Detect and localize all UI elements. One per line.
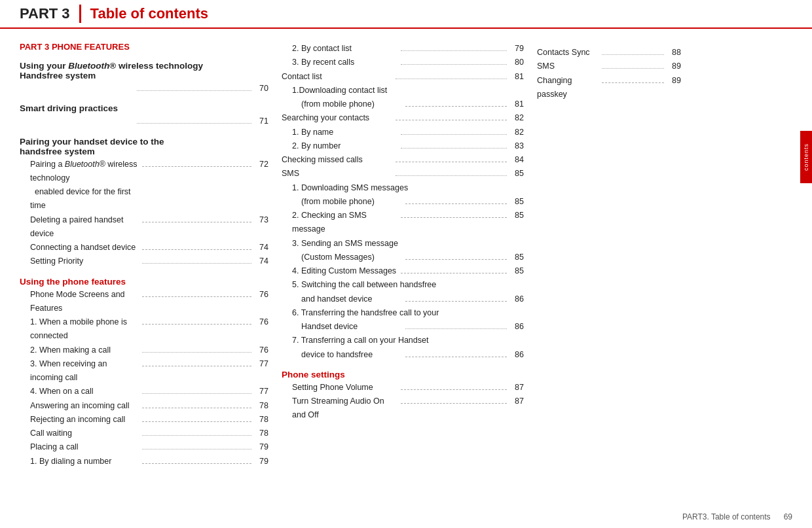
heading-bluetooth: Using your Bluetooth® wireless technolog… (20, 61, 268, 80)
footer-text: PART3. Table of contents (682, 512, 771, 521)
toc-item: 3. Sending an SMS message (282, 237, 524, 251)
toc-item: Call waiting 78 (20, 427, 268, 440)
toc-item: (from mobile phone) 81 (282, 97, 524, 111)
toc-item: (from mobile phone) 85 (282, 195, 524, 209)
toc-item: Placing a call 79 (20, 440, 268, 454)
toc-item: Connecting a handset device 74 (20, 241, 268, 255)
footer-page: 69 (784, 512, 792, 521)
toc-item: Pairing a Bluetooth® wireless technology… (20, 158, 268, 213)
toc-item: Contact list 81 (282, 70, 524, 84)
side-tab: contents (800, 131, 812, 183)
toc-item: 2. When making a call 76 (20, 343, 268, 357)
toc-item: 1. By name 82 (282, 126, 524, 139)
toc-item: 3. When receiving an incoming call 77 (20, 357, 268, 385)
toc-item: 1.Downloading contact list (282, 84, 524, 97)
toc-item: Phone Mode Screens and Features 76 (20, 288, 268, 316)
toc-item: Setting Phone Volume 87 (282, 381, 524, 395)
toc-item: SMS 89 (537, 60, 681, 73)
toc-item: Deleting a paired handset device 73 (20, 213, 268, 241)
header-divider (79, 5, 81, 23)
toc-item: Changing passkey 89 (537, 74, 681, 102)
toc-item: Checking missed calls 84 (282, 153, 524, 167)
toc-item: Setting Priority 74 (20, 255, 268, 268)
toc-item: 5. Switching the call between handsfree (282, 278, 524, 292)
part-label: PART 3 (20, 5, 70, 22)
heading-phone-settings: Phone settings (282, 370, 524, 379)
main-content: PART 3 PHONE FEATURES Using your Bluetoo… (0, 29, 812, 508)
toc-item: SMS 85 (282, 167, 524, 181)
toc-item: 7. Transferring a call on your Handset (282, 334, 524, 347)
toc-item: 1. When a mobile phone is connected 76 (20, 315, 268, 343)
heading-phone-features: Using the phone features (20, 277, 268, 287)
page-header: PART 3 Table of contents (0, 0, 812, 29)
toc-item: Searching your contacts 82 (282, 111, 524, 125)
toc-item: 2. By number 83 (282, 139, 524, 153)
toc-item: Handset device 86 (282, 320, 524, 334)
toc-item: 3. By recent calls 80 (282, 56, 524, 69)
toc-item: Turn Streaming Audio On and Off 87 (282, 395, 524, 423)
toc-item: device to handsfree 86 (282, 348, 524, 362)
toc-item: 2. Checking an SMS message 85 (282, 209, 524, 237)
toc-item: and handset device 86 (282, 292, 524, 306)
toc-item: Rejecting an incoming call 78 (20, 413, 268, 427)
mid-column: 2. By contact list 79 3. By recent calls… (275, 42, 530, 502)
heading-smart-driving: Smart driving practices (20, 103, 268, 113)
toc-item: 4. Editing Custom Messages 85 (282, 264, 524, 278)
toc-item: Contacts Sync 88 (537, 46, 681, 60)
toc-item: 70 (20, 82, 268, 96)
toc-item: 71 (20, 114, 268, 128)
part3-title: PART 3 PHONE FEATURES (20, 42, 268, 52)
heading-pairing: Pairing your handset device to thehandsf… (20, 137, 268, 156)
side-tab-label: contents (803, 143, 809, 171)
page-footer: PART3. Table of contents 69 (682, 512, 792, 521)
toc-item: Answering an incoming call 78 (20, 399, 268, 413)
left-column: PART 3 PHONE FEATURES Using your Bluetoo… (20, 42, 275, 502)
toc-item: (Custom Messages) 85 (282, 251, 524, 264)
toc-item: 2. By contact list 79 (282, 42, 524, 56)
toc-item: 1. By dialing a number 79 (20, 455, 268, 468)
toc-item: 6. Transferring the handsfree call to yo… (282, 306, 524, 320)
right-column: Contacts Sync 88 SMS 89 Changing passkey… (530, 42, 681, 502)
toc-item: 1. Downloading SMS messages (282, 181, 524, 195)
toc-item: 4. When on a call 77 (20, 385, 268, 398)
header-title: Table of contents (90, 5, 209, 22)
